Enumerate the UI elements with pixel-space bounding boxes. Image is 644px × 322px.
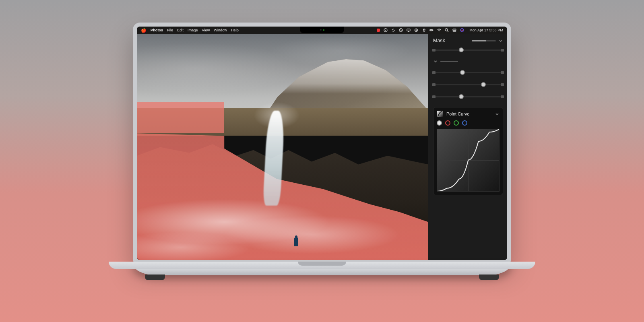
timemachine-icon[interactable] xyxy=(399,28,403,32)
menubar-clock[interactable]: Mon Apr 17 5:56 PM xyxy=(469,28,503,32)
battery-icon[interactable] xyxy=(429,28,433,32)
screen: 🍎 Photos File Edit Image View Window Hel… xyxy=(137,27,507,260)
laptop-foot xyxy=(145,275,165,280)
menu-help[interactable]: Help xyxy=(231,28,239,32)
info-icon[interactable] xyxy=(384,28,388,32)
apple-menu-icon[interactable]: 🍎 xyxy=(141,28,147,33)
mask-slider-2[interactable] xyxy=(433,69,503,76)
curve-line xyxy=(437,129,499,191)
chevron-down-icon[interactable] xyxy=(433,59,438,64)
photo-person xyxy=(294,237,298,246)
laptop-base xyxy=(133,262,511,275)
airplay-icon[interactable] xyxy=(414,28,418,32)
mask-slider-3[interactable] xyxy=(433,81,503,88)
screen-bezel: 🍎 Photos File Edit Image View Window Hel… xyxy=(133,23,511,262)
macbook-mockup: 🍎 Photos File Edit Image View Window Hel… xyxy=(133,23,511,275)
menu-image[interactable]: Image xyxy=(188,28,198,32)
camera-led-icon xyxy=(323,29,324,31)
mask-slider-4[interactable] xyxy=(433,93,503,100)
siri-icon[interactable] xyxy=(460,28,464,32)
svg-line-12 xyxy=(447,31,448,32)
display-icon[interactable] xyxy=(407,28,411,32)
bluetooth-icon[interactable] xyxy=(422,28,426,32)
app-window: Mask xyxy=(137,34,507,260)
mask-slider-1[interactable] xyxy=(433,47,503,53)
svg-rect-4 xyxy=(407,29,410,31)
curve-channel-picker xyxy=(437,120,500,126)
channel-red[interactable] xyxy=(445,120,450,126)
chevron-down-icon[interactable] xyxy=(498,38,503,43)
curve-icon xyxy=(437,111,443,117)
point-curve-card: Point Curve xyxy=(433,107,503,195)
trackpad-notch xyxy=(298,262,346,266)
wifi-icon[interactable] xyxy=(437,28,441,32)
channel-luminance[interactable] xyxy=(437,120,442,126)
menu-view[interactable]: View xyxy=(202,28,210,32)
point-curve-title: Point Curve xyxy=(446,111,469,116)
channel-blue[interactable] xyxy=(462,120,467,126)
svg-point-7 xyxy=(416,30,417,31)
channel-green[interactable] xyxy=(454,120,459,126)
sync-icon[interactable] xyxy=(391,28,395,32)
svg-rect-9 xyxy=(433,30,433,31)
svg-point-6 xyxy=(415,29,418,32)
control-center-icon[interactable] xyxy=(452,28,456,32)
camera-icon xyxy=(320,29,322,31)
svg-rect-13 xyxy=(453,29,456,30)
chevron-down-icon[interactable] xyxy=(495,111,500,116)
menu-file[interactable]: File xyxy=(167,28,173,32)
notification-badge-icon[interactable] xyxy=(377,29,380,32)
svg-rect-10 xyxy=(430,30,432,31)
section-placeholder-bar xyxy=(440,61,458,62)
adjustments-panel: Mask xyxy=(428,34,507,260)
image-canvas[interactable] xyxy=(137,34,428,260)
svg-point-16 xyxy=(462,30,463,31)
menu-window[interactable]: Window xyxy=(214,28,227,32)
menu-edit[interactable]: Edit xyxy=(177,28,184,32)
svg-point-11 xyxy=(445,29,448,31)
mask-overlay-horizon xyxy=(137,102,224,134)
mask-section-title: Mask xyxy=(433,38,445,43)
app-menu[interactable]: Photos xyxy=(151,28,163,32)
laptop-foot xyxy=(479,275,499,280)
mask-mode-indicator[interactable] xyxy=(472,40,496,41)
svg-rect-14 xyxy=(453,31,456,32)
notch xyxy=(300,27,344,33)
search-icon[interactable] xyxy=(445,28,449,32)
curve-editor[interactable] xyxy=(437,129,500,192)
